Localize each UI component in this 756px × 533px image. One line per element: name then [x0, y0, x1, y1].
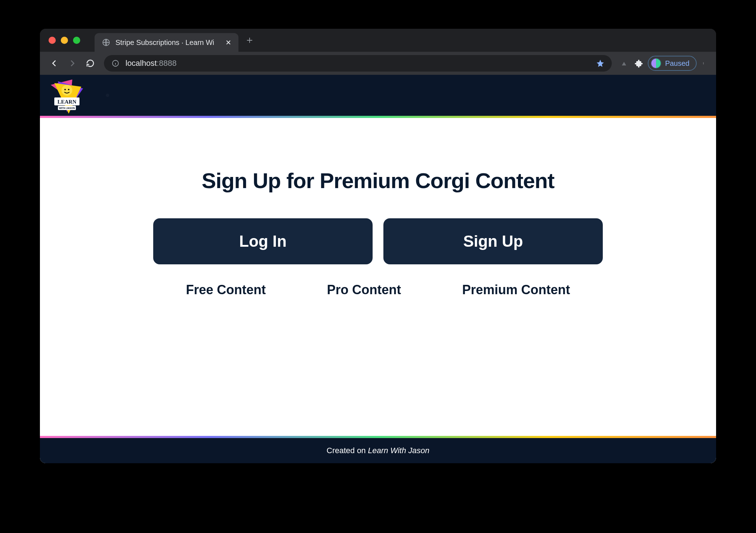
- back-button[interactable]: [46, 55, 62, 71]
- tier-free: Free Content: [186, 282, 266, 297]
- extension-icon[interactable]: [619, 58, 629, 68]
- url-host: localhost:8888: [126, 59, 177, 68]
- site-info-icon[interactable]: [111, 59, 120, 68]
- tier-pro: Pro Content: [327, 282, 401, 297]
- page-viewport: LEARN WITH JASON Sign Up for Premium Cor…: [40, 75, 716, 463]
- browser-window: Stripe Subscriptions · Learn Wi: [40, 29, 716, 463]
- globe-icon: [102, 38, 110, 47]
- profile-label: Paused: [665, 59, 689, 68]
- signup-button[interactable]: Sign Up: [383, 218, 603, 264]
- bookmark-star-icon[interactable]: [596, 59, 605, 68]
- svg-text:LEARN: LEARN: [58, 99, 77, 105]
- svg-point-2: [703, 62, 703, 63]
- svg-point-8: [62, 85, 72, 96]
- minimize-window-button[interactable]: [61, 37, 68, 44]
- reload-button[interactable]: [82, 55, 98, 71]
- window-controls: [49, 37, 80, 44]
- titlebar: Stripe Subscriptions · Learn Wi: [40, 29, 716, 52]
- forward-button[interactable]: [64, 55, 80, 71]
- tab-title: Stripe Subscriptions · Learn Wi: [115, 38, 220, 47]
- site-footer: Created on Learn With Jason: [40, 438, 716, 463]
- page-main: Sign Up for Premium Corgi Content Log In…: [40, 118, 716, 438]
- close-tab-icon[interactable]: [226, 40, 231, 45]
- toolbar: localhost:8888 Paused: [40, 52, 716, 75]
- browser-tab[interactable]: Stripe Subscriptions · Learn Wi: [95, 33, 238, 52]
- svg-point-9: [64, 89, 66, 90]
- avatar-icon: [651, 58, 661, 69]
- site-logo[interactable]: LEARN WITH JASON: [47, 78, 87, 117]
- menu-kebab-icon[interactable]: [699, 59, 710, 68]
- profile-chip[interactable]: Paused: [648, 56, 697, 71]
- tier-premium: Premium Content: [462, 282, 570, 297]
- page-heading: Sign Up for Premium Corgi Content: [202, 168, 554, 193]
- new-tab-button[interactable]: [246, 36, 254, 44]
- svg-point-3: [703, 63, 703, 63]
- extensions-puzzle-icon[interactable]: [634, 58, 644, 68]
- maximize-window-button[interactable]: [73, 37, 80, 44]
- site-header: LEARN WITH JASON: [40, 75, 716, 118]
- auth-buttons: Log In Sign Up: [153, 218, 603, 264]
- tier-headings: Free Content Pro Content Premium Content: [186, 282, 570, 297]
- address-bar[interactable]: localhost:8888: [104, 55, 612, 72]
- close-window-button[interactable]: [49, 37, 56, 44]
- login-button[interactable]: Log In: [153, 218, 373, 264]
- svg-point-4: [703, 64, 703, 64]
- svg-point-10: [68, 89, 69, 90]
- footer-text: Created on Learn With Jason: [327, 446, 429, 455]
- svg-text:WITH JASON: WITH JASON: [59, 107, 75, 109]
